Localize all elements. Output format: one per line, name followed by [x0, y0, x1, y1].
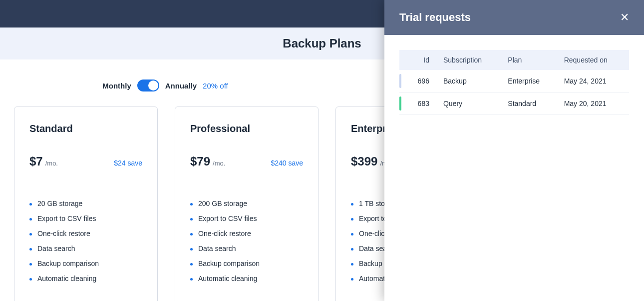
- plan-save: $24 save: [114, 159, 142, 167]
- cell-id: 696: [399, 70, 437, 92]
- feature-item: Automatic cleaning: [29, 271, 142, 286]
- plan-name: Professional: [190, 123, 303, 134]
- billing-toggle[interactable]: [137, 80, 159, 92]
- price-row: $79 /mo. $240 save: [190, 154, 303, 168]
- panel-body: Id Subscription Plan Requested on 696 Ba…: [384, 35, 644, 115]
- plan-per: /mo.: [45, 160, 58, 167]
- feature-item: One-click restore: [29, 226, 142, 241]
- cell-subscription: Backup: [437, 70, 502, 92]
- cell-requested: May 20, 2021: [558, 92, 629, 115]
- status-bar-icon: [399, 96, 401, 110]
- close-icon[interactable]: ✕: [620, 12, 629, 23]
- cell-plan: Enterprise: [502, 70, 558, 92]
- col-subscription: Subscription: [437, 50, 502, 70]
- feature-item: One-click restore: [190, 226, 303, 241]
- table-row[interactable]: 683 Query Standard May 20, 2021: [399, 92, 629, 115]
- col-plan: Plan: [502, 50, 558, 70]
- billing-monthly-label: Monthly: [102, 82, 131, 90]
- cell-id: 683: [399, 92, 437, 115]
- plan-per: /mo.: [213, 160, 225, 167]
- cell-requested: May 24, 2021: [558, 70, 629, 92]
- plan-price: $399: [351, 154, 377, 168]
- feature-item: Automatic cleaning: [190, 271, 303, 286]
- billing-discount-label: 20% off: [203, 82, 228, 90]
- cell-id-value: 696: [418, 77, 429, 85]
- cell-id-value: 683: [418, 100, 429, 108]
- feature-item: Data search: [190, 241, 303, 256]
- trial-requests-panel: Trial requests ✕ Id Subscription Plan Re…: [384, 0, 644, 301]
- col-requested: Requested on: [558, 50, 629, 70]
- feature-item: Backup comparison: [29, 256, 142, 271]
- plan-card-professional: Professional $79 /mo. $240 save 200 GB s…: [175, 106, 319, 301]
- toggle-knob: [148, 80, 158, 90]
- cell-plan: Standard: [502, 92, 558, 115]
- feature-list: 20 GB storage Export to CSV files One-cl…: [29, 196, 142, 286]
- panel-title: Trial requests: [399, 11, 471, 24]
- feature-item: Export to CSV files: [190, 211, 303, 226]
- plan-price: $7: [29, 154, 43, 168]
- col-id: Id: [399, 50, 437, 70]
- table-row[interactable]: 696 Backup Enterprise May 24, 2021: [399, 70, 629, 92]
- feature-item: 20 GB storage: [29, 196, 142, 211]
- cell-subscription: Query: [437, 92, 502, 115]
- plan-name: Standard: [29, 123, 142, 134]
- feature-list: 200 GB storage Export to CSV files One-c…: [190, 196, 303, 286]
- plan-price: $79: [190, 154, 210, 168]
- feature-item: Export to CSV files: [29, 211, 142, 226]
- trial-requests-table: Id Subscription Plan Requested on 696 Ba…: [399, 50, 629, 115]
- price-row: $7 /mo. $24 save: [29, 154, 142, 168]
- plan-card-standard: Standard $7 /mo. $24 save 20 GB storage …: [14, 106, 158, 301]
- feature-item: Backup comparison: [190, 256, 303, 271]
- feature-item: Data search: [29, 241, 142, 256]
- billing-annually-label: Annually: [165, 82, 197, 90]
- panel-header: Trial requests ✕: [384, 0, 644, 35]
- status-bar-icon: [399, 74, 401, 88]
- plan-save: $240 save: [271, 159, 303, 167]
- feature-item: 200 GB storage: [190, 196, 303, 211]
